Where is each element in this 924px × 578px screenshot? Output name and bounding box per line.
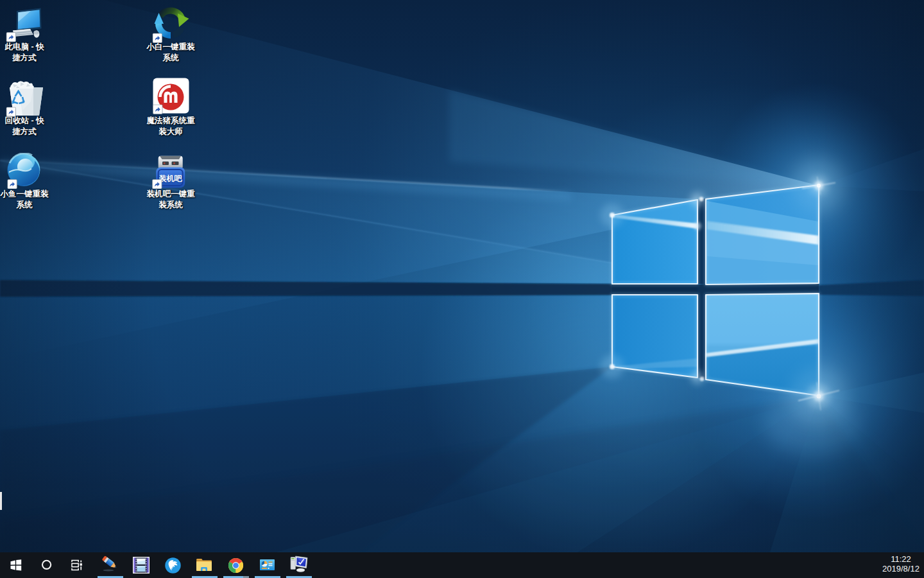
- svg-text:装机吧: 装机吧: [159, 174, 183, 183]
